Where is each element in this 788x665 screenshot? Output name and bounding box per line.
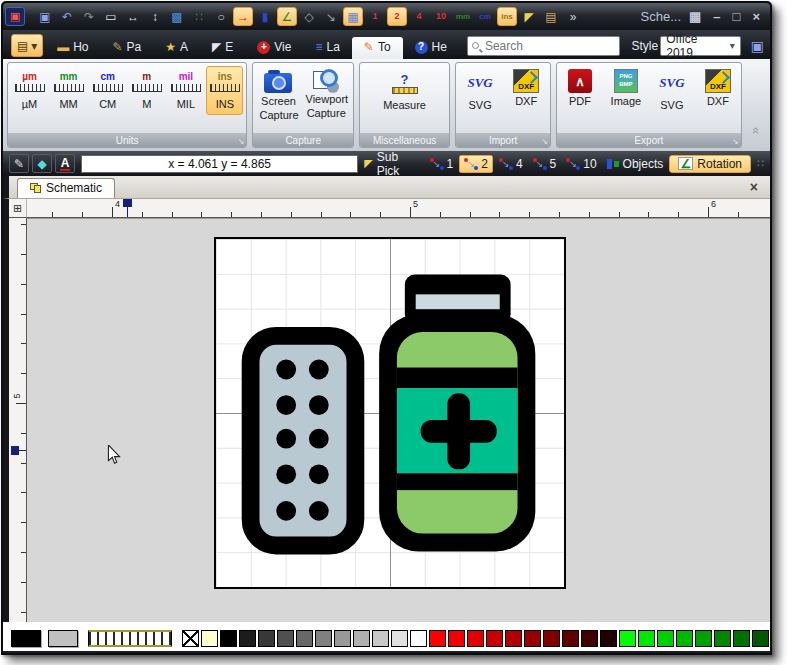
- snap-4-button[interactable]: ↘4: [495, 156, 527, 172]
- fill-button[interactable]: ◆: [32, 154, 52, 173]
- swatch-9[interactable]: [353, 630, 370, 647]
- save-style-button[interactable]: ▣: [751, 38, 764, 54]
- application-menu-button[interactable]: ▤ ▾: [11, 34, 43, 57]
- swatch-14[interactable]: [448, 630, 465, 647]
- swatch-3[interactable]: [239, 630, 256, 647]
- swatch-18[interactable]: [524, 630, 541, 647]
- dialog-launcher-icon[interactable]: ↘: [238, 137, 245, 146]
- tab-layers[interactable]: ≡La: [303, 37, 351, 59]
- tab-help[interactable]: ?He: [403, 37, 459, 59]
- unit-m-button[interactable]: mM: [128, 66, 165, 115]
- screen-capture-button[interactable]: Screen Capture: [256, 66, 300, 123]
- swatch-25[interactable]: [657, 630, 674, 647]
- swatch-7[interactable]: [315, 630, 332, 647]
- snap-4-icon[interactable]: 4: [409, 7, 429, 26]
- search-box[interactable]: [467, 36, 620, 56]
- swatch-6[interactable]: [296, 630, 313, 647]
- style-dropdown[interactable]: Office 2019 ▾: [660, 36, 741, 56]
- import-svg-button[interactable]: SVG SVG: [458, 66, 502, 113]
- toolbar-grip[interactable]: ∷: [757, 157, 764, 170]
- snap-5-button[interactable]: ↘5: [529, 156, 561, 172]
- swatch-2[interactable]: [220, 630, 237, 647]
- import-dxf-button[interactable]: DXF DXF: [504, 66, 548, 109]
- unit-ins-icon[interactable]: ins: [497, 7, 517, 26]
- snap-1-icon[interactable]: 1: [365, 7, 385, 26]
- viewport-capture-button[interactable]: Viewport Capture: [303, 66, 350, 121]
- pointer-icon[interactable]: ◤: [519, 7, 539, 26]
- swatch-20[interactable]: [562, 630, 579, 647]
- current-fill-color[interactable]: [48, 630, 78, 647]
- swatch-12[interactable]: [410, 630, 427, 647]
- tab-edit[interactable]: ◤E: [200, 37, 245, 59]
- ruler-corner-icon[interactable]: ⊞: [9, 199, 27, 218]
- unit-cm-icon[interactable]: cm: [475, 7, 495, 26]
- guides-icon[interactable]: ▮: [255, 7, 275, 26]
- swatch-28[interactable]: [714, 630, 731, 647]
- tab-schematic[interactable]: Schematic: [17, 178, 115, 198]
- export-svg-button[interactable]: SVG SVG: [650, 66, 694, 113]
- unit-cm-button[interactable]: cmCM: [89, 66, 126, 115]
- tab-home[interactable]: ▬Ho: [45, 37, 100, 59]
- unit-ins-button[interactable]: insINS: [206, 66, 243, 115]
- snap-point-icon[interactable]: →: [233, 7, 253, 26]
- schematic-page[interactable]: [214, 237, 566, 589]
- snap-1-button[interactable]: ↘1: [426, 156, 458, 172]
- swatch-11[interactable]: [391, 630, 408, 647]
- snap-10-icon[interactable]: 10: [431, 7, 451, 26]
- swatch-4[interactable]: [258, 630, 275, 647]
- properties-icon[interactable]: ▤: [541, 7, 561, 26]
- export-pdf-button[interactable]: ∧ PDF: [558, 66, 602, 109]
- undo-icon[interactable]: ↶: [57, 7, 77, 26]
- center-point-icon[interactable]: ◇: [299, 7, 319, 26]
- minimize-button[interactable]: –: [713, 10, 720, 23]
- objects-button[interactable]: Objects: [607, 157, 664, 171]
- hatch-pattern-selector[interactable]: [88, 630, 172, 647]
- current-line-color[interactable]: [11, 630, 41, 647]
- swatch-10[interactable]: [372, 630, 389, 647]
- resize-width-icon[interactable]: ↔: [123, 7, 143, 26]
- unit-mil-button[interactable]: milMIL: [167, 66, 204, 115]
- grid-icon[interactable]: ▦: [343, 7, 363, 26]
- unit-mm-icon[interactable]: mm: [453, 7, 473, 26]
- unit-mm-button[interactable]: mmMM: [50, 66, 87, 115]
- close-button[interactable]: ×: [752, 10, 760, 23]
- sub-pick-button[interactable]: ◤ Sub Pick: [364, 150, 419, 178]
- export-dxf-button[interactable]: DXF DXF: [696, 66, 740, 109]
- swatch-1[interactable]: [201, 630, 218, 647]
- maximize-button[interactable]: □: [733, 10, 741, 23]
- swatch-30[interactable]: [752, 630, 769, 647]
- layout-button[interactable]: ▦: [689, 10, 701, 23]
- pen-button[interactable]: ✎: [9, 154, 29, 173]
- tab-view[interactable]: +Vie: [245, 37, 303, 59]
- save-icon[interactable]: ▣: [35, 7, 55, 26]
- image-icon[interactable]: ▩: [167, 7, 187, 26]
- blister-pack[interactable]: [251, 336, 356, 546]
- swatch-26[interactable]: [676, 630, 693, 647]
- snap-10-button[interactable]: ↘10: [562, 156, 600, 172]
- medicine-drawing[interactable]: [216, 239, 564, 587]
- overflow-icon[interactable]: »: [563, 7, 583, 26]
- dialog-launcher-icon[interactable]: ↘: [541, 137, 548, 146]
- rectangle-icon[interactable]: ▭: [101, 7, 121, 26]
- swatch-13[interactable]: [429, 630, 446, 647]
- swatch-27[interactable]: [695, 630, 712, 647]
- zoom-icon[interactable]: ○: [211, 7, 231, 26]
- swatch-29[interactable]: [733, 630, 750, 647]
- swatch-19[interactable]: [543, 630, 560, 647]
- swatch-24[interactable]: [638, 630, 655, 647]
- app-icon[interactable]: ▣: [5, 7, 25, 26]
- collapse-ribbon-icon[interactable]: «: [749, 121, 764, 140]
- close-tab-button[interactable]: ×: [746, 179, 762, 195]
- drawing-canvas[interactable]: [27, 218, 770, 622]
- resize-height-icon[interactable]: ↕: [145, 7, 165, 26]
- swatch-23[interactable]: [619, 630, 636, 647]
- chart-icon[interactable]: ∠: [277, 7, 297, 26]
- tab-tools[interactable]: ✎To: [352, 37, 403, 59]
- swatch-5[interactable]: [277, 630, 294, 647]
- swatch-none[interactable]: [182, 630, 199, 647]
- swatch-22[interactable]: [600, 630, 617, 647]
- route-icon[interactable]: ↘: [321, 7, 341, 26]
- swatch-21[interactable]: [581, 630, 598, 647]
- swatch-17[interactable]: [505, 630, 522, 647]
- rotation-button[interactable]: ∠ Rotation: [669, 155, 751, 173]
